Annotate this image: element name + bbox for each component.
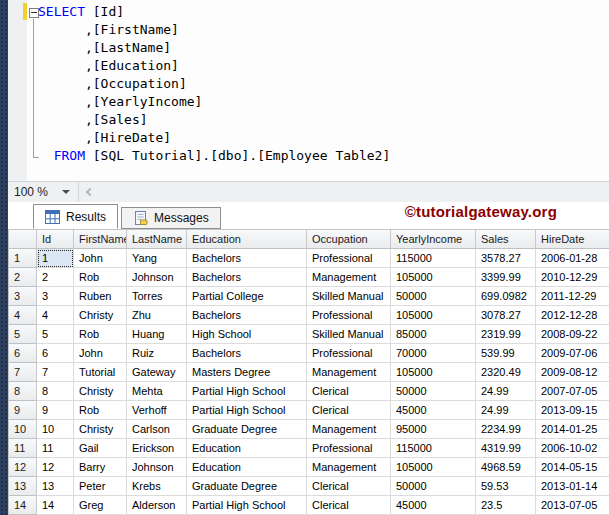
grid-cell[interactable]: Education <box>187 439 307 458</box>
grid-cell[interactable]: Graduate Degree <box>187 477 307 496</box>
grid-cell[interactable]: 70000 <box>391 344 476 363</box>
grid-cell[interactable]: Ruiz <box>127 344 187 363</box>
grid-cell[interactable]: Peter <box>74 477 127 496</box>
row-number-cell[interactable]: 10 <box>9 420 37 439</box>
row-number-cell[interactable]: 8 <box>9 382 37 401</box>
grid-cell[interactable]: 9 <box>37 401 74 420</box>
grid-cell[interactable]: 2319.99 <box>476 325 536 344</box>
grid-cell[interactable]: High School <box>187 325 307 344</box>
code-line[interactable]: ,[LastName] <box>38 39 390 57</box>
column-header-occupation[interactable]: Occupation <box>307 230 391 249</box>
grid-cell[interactable]: Mehta <box>127 382 187 401</box>
grid-cell[interactable]: Clerical <box>307 496 391 515</box>
grid-cell[interactable]: Christy <box>74 382 127 401</box>
grid-cell[interactable]: Partial High School <box>187 401 307 420</box>
grid-cell[interactable]: 50000 <box>391 477 476 496</box>
grid-cell[interactable]: Rob <box>74 401 127 420</box>
grid-cell[interactable]: Greg <box>74 496 127 515</box>
grid-cell[interactable]: Gateway <box>127 363 187 382</box>
grid-cell[interactable]: Huang <box>127 325 187 344</box>
grid-cell[interactable]: Professional <box>307 344 391 363</box>
zoom-dropdown[interactable]: 100 % <box>8 182 79 202</box>
grid-cell[interactable]: 699.0982 <box>476 287 536 306</box>
grid-cell[interactable]: 45000 <box>391 401 476 420</box>
grid-cell[interactable]: 2007-07-05 <box>536 382 609 401</box>
grid-cell[interactable]: Clerical <box>307 401 391 420</box>
code-line[interactable]: FROM [SQL Tutorial].[dbo].[Employee Tabl… <box>38 147 390 165</box>
column-header-yearlyincome[interactable]: YearlyIncome <box>391 230 476 249</box>
code-line[interactable]: ,[HireDate] <box>38 129 390 147</box>
grid-cell[interactable]: 105000 <box>391 363 476 382</box>
grid-cell[interactable]: 45000 <box>391 496 476 515</box>
grid-cell[interactable]: Bachelors <box>187 249 307 268</box>
grid-cell[interactable]: 6 <box>37 344 74 363</box>
grid-cell[interactable]: 2013-09-15 <box>536 401 609 420</box>
grid-cell[interactable]: 4319.99 <box>476 439 536 458</box>
grid-cell[interactable]: Yang <box>127 249 187 268</box>
grid-cell[interactable]: Masters Degree <box>187 363 307 382</box>
grid-cell[interactable]: Partial College <box>187 287 307 306</box>
row-number-cell[interactable]: 4 <box>9 306 37 325</box>
row-number-cell[interactable]: 2 <box>9 268 37 287</box>
column-header-sales[interactable]: Sales <box>476 230 536 249</box>
grid-cell[interactable]: Carlson <box>127 420 187 439</box>
row-number-cell[interactable]: 7 <box>9 363 37 382</box>
grid-cell[interactable]: 3078.27 <box>476 306 536 325</box>
grid-cell[interactable]: 2013-07-05 <box>536 496 609 515</box>
grid-cell[interactable]: Bachelors <box>187 306 307 325</box>
grid-cell[interactable]: 105000 <box>391 306 476 325</box>
row-number-cell[interactable]: 12 <box>9 458 37 477</box>
grid-cell[interactable]: Gail <box>74 439 127 458</box>
row-number-cell[interactable]: 3 <box>9 287 37 306</box>
grid-cell[interactable]: Education <box>187 458 307 477</box>
grid-cell[interactable]: Tutorial <box>74 363 127 382</box>
row-number-cell[interactable]: 9 <box>9 401 37 420</box>
grid-cell[interactable]: Rob <box>74 325 127 344</box>
grid-cell[interactable]: 4968.59 <box>476 458 536 477</box>
grid-cell[interactable]: 24.99 <box>476 382 536 401</box>
grid-cell[interactable]: Zhu <box>127 306 187 325</box>
grid-cell[interactable]: 7 <box>37 363 74 382</box>
grid-cell[interactable]: 3 <box>37 287 74 306</box>
grid-cell[interactable]: 2012-12-28 <box>536 306 609 325</box>
grid-cell[interactable]: 14 <box>37 496 74 515</box>
code-line[interactable]: ,[YearlyIncome] <box>38 93 390 111</box>
grid-cell[interactable]: Partial High School <box>187 496 307 515</box>
row-number-cell[interactable]: 11 <box>9 439 37 458</box>
code-line[interactable]: ,[FirstName] <box>38 21 390 39</box>
grid-cell[interactable]: Graduate Degree <box>187 420 307 439</box>
grid-cell[interactable]: 2 <box>37 268 74 287</box>
grid-cell[interactable]: Skilled Manual <box>307 287 391 306</box>
grid-cell[interactable]: 2014-05-15 <box>536 458 609 477</box>
grid-cell[interactable]: John <box>74 344 127 363</box>
grid-cell[interactable]: Verhoff <box>127 401 187 420</box>
column-header-lastname[interactable]: LastName <box>127 230 187 249</box>
row-number-cell[interactable]: 5 <box>9 325 37 344</box>
grid-cell[interactable]: Alderson <box>127 496 187 515</box>
grid-cell[interactable]: Torres <box>127 287 187 306</box>
code-line[interactable]: SELECT [Id] <box>38 3 390 21</box>
grid-cell[interactable]: 2013-01-14 <box>536 477 609 496</box>
grid-cell[interactable]: Management <box>307 420 391 439</box>
grid-cell[interactable]: 2234.99 <box>476 420 536 439</box>
grid-cell[interactable]: 4 <box>37 306 74 325</box>
grid-cell[interactable]: 3399.99 <box>476 268 536 287</box>
grid-cell[interactable]: 539.99 <box>476 344 536 363</box>
grid-cell[interactable]: Bachelors <box>187 268 307 287</box>
grid-cell[interactable]: 2011-12-29 <box>536 287 609 306</box>
grid-cell[interactable]: Management <box>307 458 391 477</box>
column-header-id[interactable]: Id <box>37 230 74 249</box>
tab-messages[interactable]: Messages <box>121 207 221 229</box>
query-editor[interactable]: SELECT [Id] ,[FirstName] ,[LastName] ,[E… <box>8 0 609 181</box>
code-line[interactable]: ,[Education] <box>38 57 390 75</box>
grid-corner-cell[interactable] <box>9 230 37 249</box>
grid-cell[interactable]: Clerical <box>307 382 391 401</box>
grid-cell[interactable]: Management <box>307 363 391 382</box>
grid-cell[interactable]: 13 <box>37 477 74 496</box>
column-header-firstname[interactable]: FirstName <box>74 230 127 249</box>
row-number-cell[interactable]: 6 <box>9 344 37 363</box>
grid-cell[interactable]: 115000 <box>391 439 476 458</box>
code-line[interactable]: ,[Occupation] <box>38 75 390 93</box>
grid-cell[interactable]: Christy <box>74 420 127 439</box>
row-number-cell[interactable]: 13 <box>9 477 37 496</box>
